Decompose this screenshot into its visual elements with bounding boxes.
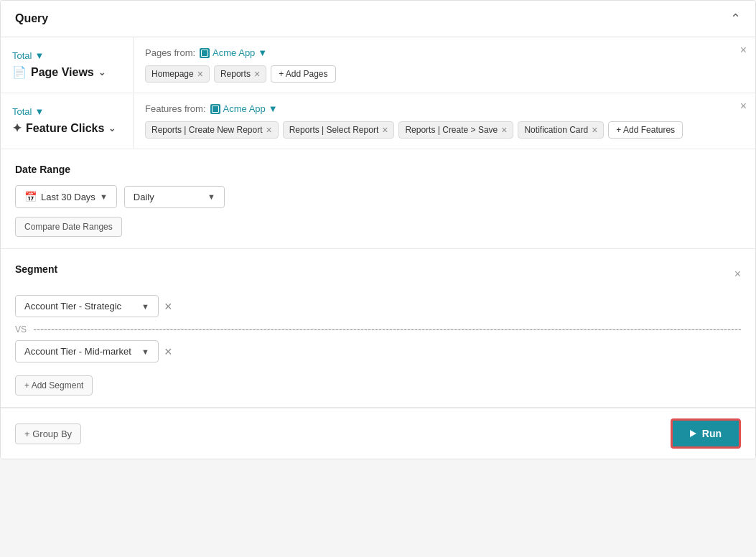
remove-notification-card[interactable]: × <box>592 125 597 135</box>
remove-select-report[interactable]: × <box>382 125 388 135</box>
segment-section: Segment × Account Tier - Strategic ▼ × V… <box>1 249 755 408</box>
remove-segment-2[interactable]: × <box>164 345 172 358</box>
page-views-left: Total ▼ 📄 Page Views ⌄ <box>1 37 134 92</box>
collapse-icon[interactable]: ⌃ <box>730 11 741 27</box>
vs-divider: VS <box>15 324 741 334</box>
period-chevron: ▼ <box>100 192 108 201</box>
panel-title: Query <box>15 12 48 25</box>
segment-2-value: Account Tier - Mid-market <box>24 346 131 357</box>
remove-homepage[interactable]: × <box>197 69 203 79</box>
segment-title: Segment <box>15 263 57 275</box>
granularity-value: Daily <box>134 192 154 202</box>
tag-notification-card: Notification Card × <box>518 121 604 139</box>
feature-clicks-right: Features from: Acme App ▼ Reports | Crea… <box>134 93 755 149</box>
cursor-icon: ✦ <box>12 121 22 135</box>
remove-create-new-report[interactable]: × <box>266 125 272 135</box>
panel-header: Query ⌃ <box>1 1 755 37</box>
date-period-value: Last 30 Days <box>41 192 95 202</box>
remove-segment-1[interactable]: × <box>164 300 172 313</box>
page-views-metric[interactable]: 📄 Page Views ⌄ <box>12 65 121 79</box>
run-label: Run <box>702 428 722 439</box>
granularity-chevron: ▼ <box>207 192 215 201</box>
tag-reports-1: Reports × <box>214 65 266 83</box>
pages-tags: Homepage × Reports × + Add Pages <box>145 65 744 83</box>
group-by-button[interactable]: + Group By <box>15 423 81 444</box>
segment-2-dropdown[interactable]: Account Tier - Mid-market ▼ <box>15 340 159 362</box>
segment-row-1: Account Tier - Strategic ▼ × <box>15 295 741 317</box>
tag-create-new-report: Reports | Create New Report × <box>145 121 279 139</box>
metric-chevron-1: ⌄ <box>98 67 106 78</box>
segment-1-chevron: ▼ <box>141 302 149 311</box>
add-features-button[interactable]: + Add Features <box>608 121 683 139</box>
app-icon-2 <box>210 104 220 114</box>
add-pages-button[interactable]: + Add Pages <box>271 65 335 83</box>
page-views-row: Total ▼ 📄 Page Views ⌄ Pages from: Acme … <box>1 37 755 93</box>
date-period-dropdown[interactable]: 📅 Last 30 Days ▼ <box>15 185 117 208</box>
segment-1-dropdown[interactable]: Account Tier - Strategic ▼ <box>15 295 159 317</box>
segment-header: Segment × <box>15 263 741 285</box>
segment-2-chevron: ▼ <box>141 347 149 356</box>
features-from-label: Features from: Acme App ▼ <box>145 103 744 114</box>
remove-reports-1[interactable]: × <box>254 69 260 79</box>
add-segment-button[interactable]: + Add Segment <box>15 375 93 395</box>
page-icon: 📄 <box>12 65 27 79</box>
metric-chevron-2: ⌄ <box>108 123 116 134</box>
granularity-dropdown[interactable]: Daily ▼ <box>124 186 225 208</box>
pages-from-label: Pages from: Acme App ▼ <box>145 47 744 58</box>
date-controls: 📅 Last 30 Days ▼ Daily ▼ <box>15 185 741 208</box>
remove-create-save[interactable]: × <box>501 125 507 135</box>
tag-homepage: Homepage × <box>145 65 210 83</box>
features-tags: Reports | Create New Report × Reports | … <box>145 121 744 139</box>
compare-date-ranges-button[interactable]: Compare Date Ranges <box>15 217 122 237</box>
query-panel: Query ⌃ Total ▼ 📄 Page Views ⌄ Pages fro… <box>0 0 756 459</box>
total-dropdown-2[interactable]: Total ▼ <box>12 106 121 117</box>
app-icon-1 <box>200 48 210 58</box>
app-badge-1[interactable]: Acme App ▼ <box>200 47 267 58</box>
close-segment[interactable]: × <box>734 268 741 280</box>
segment-1-value: Account Tier - Strategic <box>24 301 121 312</box>
segment-row-2: Account Tier - Mid-market ▼ × <box>15 340 741 362</box>
feature-clicks-left: Total ▼ ✦ Feature Clicks ⌄ <box>1 93 134 148</box>
calendar-icon: 📅 <box>24 191 37 202</box>
app-badge-2[interactable]: Acme App ▼ <box>210 103 278 114</box>
page-views-right: Pages from: Acme App ▼ Homepage × Report… <box>134 37 755 93</box>
date-range-title: Date Range <box>15 164 741 175</box>
panel-footer: + Group By Run <box>1 408 755 459</box>
tag-select-report: Reports | Select Report × <box>283 121 395 139</box>
tag-create-save: Reports | Create > Save × <box>398 121 513 139</box>
close-row-1[interactable]: × <box>740 45 747 56</box>
total-dropdown-1[interactable]: Total ▼ <box>12 50 121 61</box>
date-range-section: Date Range 📅 Last 30 Days ▼ Daily ▼ Comp… <box>1 149 755 249</box>
run-button[interactable]: Run <box>671 418 741 449</box>
close-row-2[interactable]: × <box>740 100 747 112</box>
play-icon <box>690 430 696 437</box>
feature-clicks-metric[interactable]: ✦ Feature Clicks ⌄ <box>12 121 121 135</box>
feature-clicks-row: Total ▼ ✦ Feature Clicks ⌄ Features from… <box>1 93 755 149</box>
